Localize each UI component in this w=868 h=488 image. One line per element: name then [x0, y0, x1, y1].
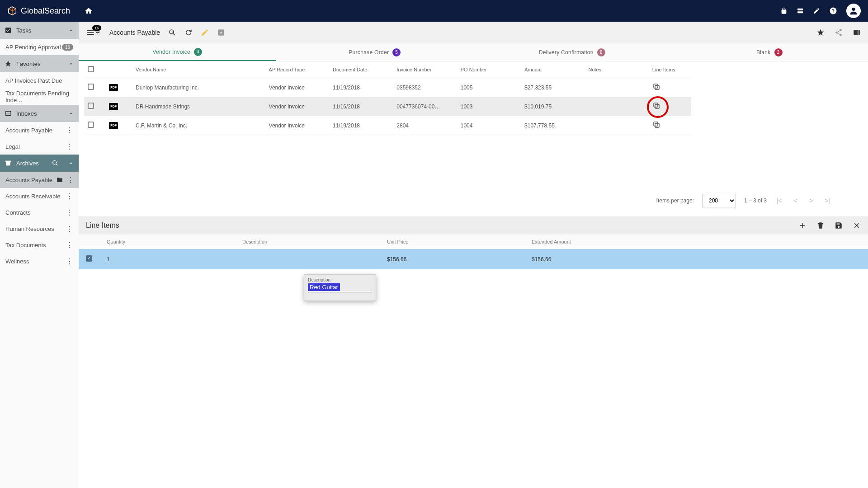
more-icon[interactable]: ⋮	[66, 126, 73, 135]
lock-icon[interactable]	[780, 7, 788, 14]
topbar: GlobalSearch ?	[0, 0, 868, 22]
row-checkbox[interactable]	[88, 122, 94, 128]
col-po[interactable]: PO Number	[457, 61, 521, 78]
col-invoice[interactable]: Invoice Number	[393, 61, 457, 78]
col-date[interactable]: Document Date	[329, 61, 393, 78]
prev-page-button[interactable]: <	[792, 197, 799, 204]
search-icon[interactable]	[52, 160, 59, 167]
more-icon[interactable]: ⋮	[67, 176, 74, 184]
share-icon[interactable]	[835, 28, 843, 37]
last-page-button[interactable]: >|	[823, 197, 832, 204]
more-icon[interactable]: ⋮	[66, 225, 73, 233]
licol-ext[interactable]: Extended Amount	[524, 235, 868, 249]
sidebar-archives-header[interactable]: Archives	[0, 155, 79, 172]
lineitems-button[interactable]	[652, 83, 660, 91]
table-row[interactable]: PDF C.F. Martin & Co, Inc. Vendor Invoic…	[84, 116, 691, 135]
toolbar: 16 Accounts Payable	[79, 22, 868, 43]
svg-line-18	[837, 30, 840, 32]
table-row[interactable]: PDF DR Handmade Strings Vendor Invoice 1…	[84, 97, 691, 116]
sidebar-fav-tax-docs[interactable]: Tax Documents Pending Inde…	[0, 89, 79, 105]
edit-note-icon[interactable]	[813, 7, 820, 14]
save-button[interactable]	[835, 221, 843, 230]
cell-invoice: 2804	[393, 116, 457, 135]
next-page-button[interactable]: >	[807, 197, 815, 204]
row-checkbox[interactable]	[88, 84, 94, 90]
sidebar-archive-tax[interactable]: Tax Documents ⋮	[0, 237, 79, 253]
pdf-icon[interactable]: PDF	[109, 84, 118, 91]
checkbox-icon[interactable]	[217, 28, 225, 37]
edit-icon[interactable]	[201, 28, 209, 37]
menu-button[interactable]: 16	[86, 28, 101, 37]
tab-blank[interactable]: Blank 2	[671, 43, 868, 61]
lineitem-price[interactable]: $156.66	[380, 249, 524, 269]
sidebar-inbox-legal[interactable]: Legal ⋮	[0, 138, 79, 155]
topbar-right: ?	[780, 4, 861, 18]
panel-icon[interactable]	[853, 28, 861, 37]
sidebar-task-ap-pending[interactable]: AP Pending Approval 16	[0, 39, 79, 55]
lineitem-checkbox[interactable]	[86, 255, 92, 262]
sidebar-favorites-header[interactable]: Favorites	[0, 55, 79, 72]
sidebar-archive-hr[interactable]: Human Resources ⋮	[0, 221, 79, 237]
tabs: Vendor Invoice 3 Purchase Order 5 Delive…	[79, 43, 868, 61]
home-icon[interactable]	[85, 7, 93, 15]
svg-line-10	[56, 164, 57, 165]
col-type[interactable]: AP Record Type	[265, 61, 329, 78]
lineitems-button[interactable]	[652, 121, 660, 129]
sidebar-tasks-header[interactable]: Tasks	[0, 22, 79, 39]
first-page-button[interactable]: |<	[775, 197, 784, 204]
lineitems-table: Quantity Description Unit Price Extended…	[79, 235, 868, 269]
chevron-up-icon	[68, 160, 74, 166]
inbox-icon	[5, 110, 12, 117]
lineitems-button[interactable]	[652, 102, 660, 110]
licol-price[interactable]: Unit Price	[380, 235, 524, 249]
row-checkbox[interactable]	[88, 103, 94, 109]
licol-desc[interactable]: Description	[235, 235, 380, 249]
lineitem-ext[interactable]: $156.66	[524, 249, 868, 269]
server-icon[interactable]	[797, 7, 804, 14]
sidebar-archive-ap[interactable]: Accounts Payable ⋮	[0, 172, 79, 188]
table-row[interactable]: PDF Dunlop Manufacturing Inc. Vendor Inv…	[84, 78, 691, 97]
pdf-icon[interactable]: PDF	[109, 103, 118, 110]
sidebar-inbox-ap[interactable]: Accounts Payable ⋮	[0, 122, 79, 138]
svg-rect-20	[854, 30, 858, 35]
add-button[interactable]	[798, 221, 807, 230]
sidebar-archive-contracts[interactable]: Contracts ⋮	[0, 204, 79, 221]
lineitem-desc[interactable]	[235, 249, 380, 269]
select-all-checkbox[interactable]	[88, 66, 94, 72]
more-icon[interactable]: ⋮	[66, 142, 73, 151]
more-icon[interactable]: ⋮	[66, 257, 73, 266]
tab-purchase-order[interactable]: Purchase Order 5	[276, 43, 474, 61]
help-icon[interactable]: ?	[829, 7, 837, 15]
main: 16 Accounts Payable Vendor Invoice 3	[79, 22, 868, 488]
col-vendor[interactable]: Vendor Name	[132, 61, 265, 78]
more-icon[interactable]: ⋮	[66, 241, 73, 249]
sidebar-fav-ap-invoices[interactable]: AP Invoices Past Due	[0, 72, 79, 89]
pdf-icon[interactable]: PDF	[109, 122, 118, 129]
lineitem-qty[interactable]: 1	[99, 249, 235, 269]
refresh-icon[interactable]	[184, 28, 193, 37]
sidebar-archive-wellness[interactable]: Wellness ⋮	[0, 253, 79, 269]
popup-label: Description	[308, 277, 372, 282]
cell-po: 1004	[457, 116, 521, 135]
description-editor-popup[interactable]: Description Red Guitar	[304, 274, 376, 301]
delete-button[interactable]	[816, 221, 825, 230]
col-amount[interactable]: Amount	[521, 61, 585, 78]
col-notes[interactable]: Notes	[585, 61, 648, 78]
items-per-page-select[interactable]: 200	[702, 194, 736, 207]
popup-value[interactable]: Red Guitar	[308, 283, 340, 291]
search-icon[interactable]	[168, 28, 176, 37]
licol-qty[interactable]: Quantity	[99, 235, 235, 249]
page-range: 1 – 3 of 3	[744, 197, 767, 204]
cell-po: 1003	[457, 97, 521, 116]
more-icon[interactable]: ⋮	[66, 208, 73, 217]
user-avatar[interactable]	[846, 4, 861, 18]
tab-delivery-confirmation[interactable]: Delivery Confirmation 6	[473, 43, 671, 61]
sidebar-inboxes-header[interactable]: Inboxes	[0, 105, 79, 122]
sidebar-archive-ar[interactable]: Accounts Receivable ⋮	[0, 188, 79, 204]
close-button[interactable]	[853, 221, 861, 230]
more-icon[interactable]: ⋮	[66, 192, 73, 201]
col-lineitems[interactable]: Line Items	[649, 61, 691, 78]
tab-vendor-invoice[interactable]: Vendor Invoice 3	[79, 43, 276, 61]
star-icon[interactable]	[816, 28, 825, 37]
lineitem-row[interactable]: 1 $156.66 $156.66	[79, 249, 868, 269]
